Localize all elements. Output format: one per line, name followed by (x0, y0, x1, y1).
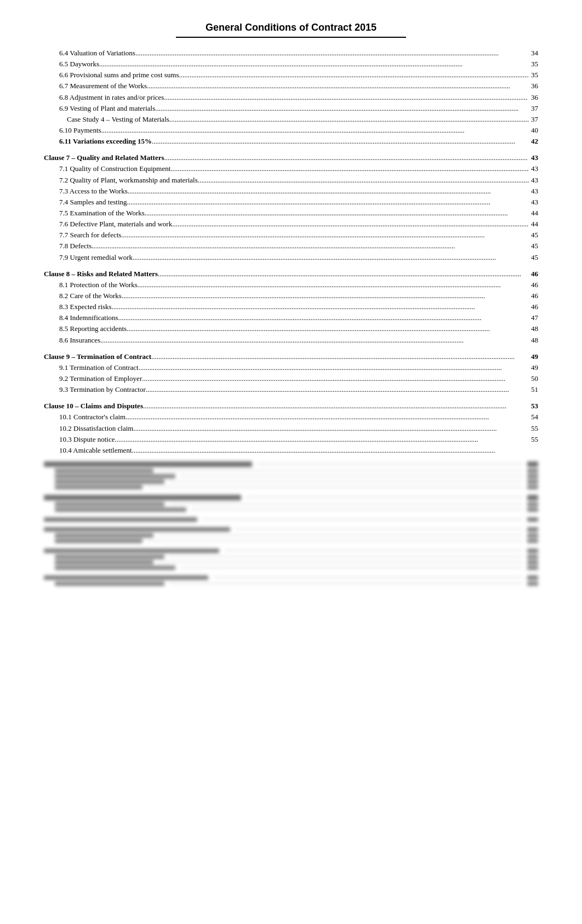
toc-label-7-5: 7.5 Examination of the Works (59, 208, 145, 219)
toc-page-clause7: 43 (529, 152, 538, 163)
toc-dots-8-2: ........................................… (122, 290, 529, 301)
toc-dots-7-6: ........................................… (172, 219, 529, 230)
toc-entry-6-9: 6.9 Vesting of Plant and materials .....… (44, 103, 538, 114)
toc-dots-9-1: ........................................… (139, 362, 529, 373)
toc-label-6-4: 6.4 Valuation of Variations (59, 48, 135, 59)
toc-page-8-5: 48 (529, 323, 538, 334)
toc-page-clause8: 46 (529, 269, 538, 280)
toc-page-7-4: 43 (529, 197, 538, 208)
toc-dots-8-4: ........................................… (118, 312, 529, 323)
toc-label-clause10: Clause 10 – Claims and Disputes (44, 401, 143, 412)
toc-entry-7-3: 7.3 Access to the Works ................… (44, 186, 538, 197)
toc-dots-cs4: ........................................… (169, 114, 529, 125)
toc-label-10-2: 10.2 Dissatisfaction claim (59, 423, 133, 434)
toc-dots-8-3: ........................................… (112, 301, 529, 312)
toc-label-8-5: 8.5 Reporting accidents (59, 323, 127, 334)
toc-entry-7-5: 7.5 Examination of the Works ...........… (44, 208, 538, 219)
toc-section-7: Clause 7 – Quality and Related Matters .… (44, 152, 538, 263)
toc-dots-6-7: ........................................… (147, 81, 529, 92)
spacer-after-6 (44, 147, 538, 152)
toc-page-8-1: 46 (529, 280, 538, 290)
toc-dots-clause7: ........................................… (164, 152, 529, 163)
toc-entry-cs4: Case Study 4 – Vesting of Materials ....… (44, 114, 538, 125)
toc-dots-6-4: ........................................… (135, 48, 529, 59)
toc-page-7-1: 43 (529, 163, 538, 174)
spacer-after-8 (44, 346, 538, 351)
blurred-content (44, 461, 538, 586)
toc-label-10-1: 10.1 Contractor's claim (59, 412, 125, 423)
toc-entry-clause7: Clause 7 – Quality and Related Matters .… (44, 152, 538, 163)
toc-label-8-3: 8.3 Expected risks (59, 301, 112, 312)
toc-entry-10-4: 10.4 Amicable settlement ...............… (44, 445, 538, 456)
title-underline (176, 37, 406, 38)
toc-entry-8-5: 8.5 Reporting accidents ................… (44, 323, 538, 334)
toc-dots-10-4: ........................................… (132, 445, 537, 456)
toc-page-8-2: 46 (529, 290, 538, 301)
toc-dots-6-5: ........................................… (99, 59, 529, 70)
toc-dots-6-10: ........................................… (101, 125, 529, 136)
toc-dots-7-1: ........................................… (170, 163, 529, 174)
toc-label-10-4: 10.4 Amicable settlement (59, 445, 132, 456)
toc-entry-7-2: 7.2 Quality of Plant, workmanship and ma… (44, 175, 538, 186)
toc-page-9-2: 50 (529, 373, 538, 384)
toc-label-8-2: 8.2 Care of the Works (59, 290, 122, 301)
toc-entry-8-2: 8.2 Care of the Works ..................… (44, 290, 538, 301)
spacer-after-9 (44, 395, 538, 401)
toc-page-8-4: 47 (529, 312, 538, 323)
toc-page-8-3: 46 (529, 301, 538, 312)
toc-page-9-1: 49 (529, 362, 538, 373)
toc-entry-7-4: 7.4 Samples and testing ................… (44, 197, 538, 208)
toc-entry-7-1: 7.1 Quality of Construction Equipment ..… (44, 163, 538, 174)
toc-label-clause8: Clause 8 – Risks and Related Matters (44, 269, 158, 280)
toc-page-8-6: 48 (529, 335, 538, 346)
toc-dots-6-8: ........................................… (164, 92, 529, 103)
toc-page-7-9: 45 (529, 252, 538, 263)
toc-entry-10-1: 10.1 Contractor's claim ................… (44, 412, 538, 423)
toc-label-6-8: 6.8 Adjustment in rates and/or prices (59, 92, 164, 103)
toc-entry-6-6: 6.6 Provisional sums and prime cost sums… (44, 70, 538, 81)
toc-dots-clause8: ........................................… (158, 269, 529, 280)
toc-section-6: 6.4 Valuation of Variations ............… (44, 48, 538, 147)
toc-page-6-11: 42 (529, 136, 538, 147)
toc-entry-7-6: 7.6 Defective Plant, materials and work … (44, 219, 538, 230)
toc-dots-10-3: ........................................… (115, 434, 529, 445)
toc-page-10-2: 55 (529, 423, 538, 434)
toc-label-7-9: 7.9 Urgent remedial work (59, 252, 133, 263)
toc-dots-8-5: ........................................… (127, 323, 529, 334)
toc-entry-8-4: 8.4 Indemnifications ...................… (44, 312, 538, 323)
toc-label-10-3: 10.3 Dispute notice (59, 434, 115, 445)
toc-entry-clause10: Clause 10 – Claims and Disputes ........… (44, 401, 538, 412)
toc-entry-clause8: Clause 8 – Risks and Related Matters ...… (44, 269, 538, 280)
toc-label-clause9: Clause 9 – Termination of Contract (44, 351, 151, 362)
toc-page-10-1: 54 (529, 412, 538, 423)
toc-dots-6-9: ........................................… (155, 103, 529, 114)
toc-page-7-2: 43 (529, 175, 538, 186)
toc-entry-10-2: 10.2 Dissatisfaction claim .............… (44, 423, 538, 434)
page-title: General Conditions of Contract 2015 (44, 22, 538, 33)
toc-label-8-6: 8.6 Insurances (59, 335, 100, 346)
page: General Conditions of Contract 2015 6.4 … (0, 0, 582, 924)
toc-entry-7-8: 7.8 Defects ............................… (44, 241, 538, 252)
toc-dots-9-2: ........................................… (142, 373, 529, 384)
toc-dots-7-5: ........................................… (145, 208, 529, 219)
toc-dots-8-1: ........................................… (138, 280, 529, 290)
toc-entry-6-5: 6.5 Dayworks ...........................… (44, 59, 538, 70)
toc-entry-9-1: 9.1 Termination of Contract ............… (44, 362, 538, 373)
toc-label-9-2: 9.2 Termination of Employer (59, 373, 142, 384)
toc-entry-8-6: 8.6 Insurances .........................… (44, 335, 538, 346)
toc-label-clause7: Clause 7 – Quality and Related Matters (44, 152, 164, 163)
toc-page-7-5: 44 (529, 208, 538, 219)
toc-dots-7-9: ........................................… (133, 252, 529, 263)
toc-dots-7-8: ........................................… (92, 241, 529, 252)
toc-dots-6-11: ........................................… (152, 136, 529, 147)
toc-page-6-5: 35 (529, 59, 538, 70)
toc-label-6-11: 6.11 Variations exceeding 15% (59, 136, 152, 147)
toc-entry-6-10: 6.10 Payments ..........................… (44, 125, 538, 136)
toc-entry-9-3: 9.3 Termination by Contractor ..........… (44, 384, 538, 395)
toc-page-6-7: 36 (529, 81, 538, 92)
toc-page-6-9: 37 (529, 103, 538, 114)
toc-label-7-8: 7.8 Defects (59, 241, 92, 252)
toc-entry-6-4: 6.4 Valuation of Variations ............… (44, 48, 538, 59)
toc-label-7-6: 7.6 Defective Plant, materials and work (59, 219, 172, 230)
toc-label-8-1: 8.1 Protection of the Works (59, 280, 138, 290)
